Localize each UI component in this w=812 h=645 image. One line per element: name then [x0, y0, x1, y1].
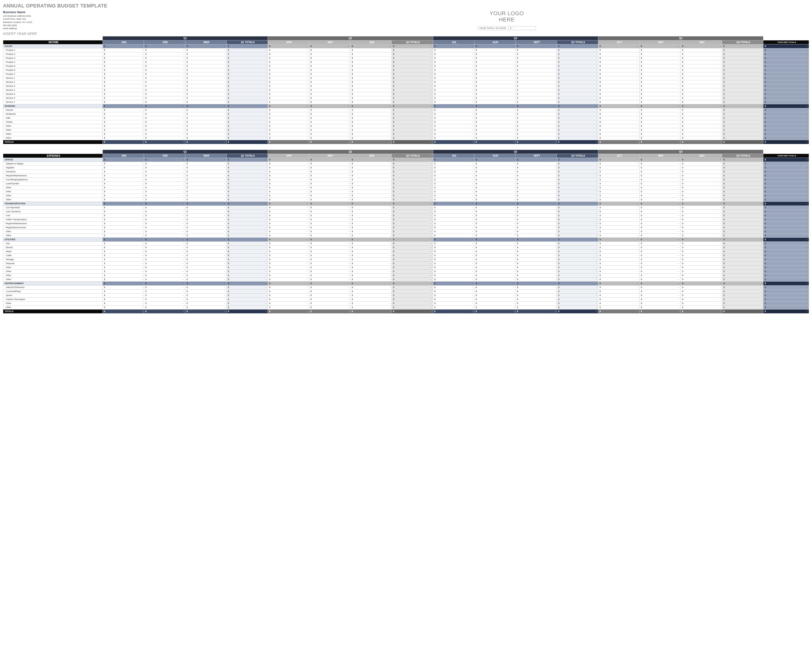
amount-cell[interactable]: $-	[350, 277, 392, 281]
amount-cell[interactable]: $-	[226, 104, 268, 108]
amount-cell[interactable]: $-	[268, 84, 309, 88]
amount-cell[interactable]: $-	[268, 92, 309, 96]
amount-cell[interactable]: $-	[722, 108, 763, 112]
amount-cell[interactable]: $-	[557, 234, 598, 237]
amount-cell[interactable]: $-	[433, 190, 474, 194]
amount-cell[interactable]: $-	[102, 182, 144, 186]
amount-cell[interactable]: $-	[557, 52, 598, 56]
amount-cell[interactable]: $-	[516, 225, 557, 229]
amount-cell[interactable]: $-	[350, 72, 392, 76]
amount-cell[interactable]: $-	[722, 64, 763, 68]
amount-cell[interactable]: $-	[144, 48, 185, 52]
amount-cell[interactable]: $-	[350, 108, 392, 112]
amount-cell[interactable]: $-	[144, 297, 185, 301]
amount-cell[interactable]: $-	[598, 241, 640, 245]
amount-cell[interactable]: $-	[722, 265, 763, 269]
amount-cell[interactable]: $-	[557, 217, 598, 222]
amount-cell[interactable]: $-	[350, 229, 392, 234]
amount-cell[interactable]: $-	[392, 222, 433, 225]
amount-cell[interactable]: $-	[144, 289, 185, 293]
line-item-label[interactable]: Grants	[3, 120, 103, 124]
amount-cell[interactable]: $-	[474, 225, 516, 229]
amount-cell[interactable]: $-	[185, 174, 226, 177]
line-item-label[interactable]: Disposal	[3, 261, 103, 265]
amount-cell[interactable]: $-	[102, 241, 144, 245]
amount-cell[interactable]: $-	[722, 289, 763, 293]
amount-cell[interactable]: $-	[309, 265, 350, 269]
amount-cell[interactable]: $-	[722, 293, 763, 297]
amount-cell[interactable]: $-	[185, 88, 226, 92]
amount-cell[interactable]: $-	[474, 72, 516, 76]
amount-cell[interactable]: $-	[516, 254, 557, 257]
amount-cell[interactable]: $-	[144, 245, 185, 249]
amount-cell[interactable]: $-	[226, 96, 268, 100]
amount-cell[interactable]: $-	[144, 265, 185, 269]
amount-cell[interactable]: $-	[392, 136, 433, 140]
amount-cell[interactable]: $-	[681, 265, 722, 269]
amount-cell[interactable]: $-	[722, 269, 763, 274]
amount-cell[interactable]: $-	[681, 104, 722, 108]
amount-cell[interactable]: $-	[722, 96, 763, 100]
amount-cell[interactable]: $-	[350, 174, 392, 177]
amount-cell[interactable]: $-	[350, 217, 392, 222]
amount-cell[interactable]: $-	[102, 56, 144, 60]
amount-cell[interactable]: $-	[144, 309, 185, 313]
amount-cell[interactable]: $-	[557, 182, 598, 186]
amount-cell[interactable]: $-	[557, 222, 598, 225]
amount-cell[interactable]: $-	[185, 194, 226, 197]
amount-cell[interactable]: $-	[722, 68, 763, 72]
amount-cell[interactable]: $-	[226, 136, 268, 140]
amount-cell[interactable]: $-	[681, 48, 722, 52]
amount-cell[interactable]: $-	[763, 166, 809, 170]
amount-cell[interactable]: $-	[185, 157, 226, 162]
amount-cell[interactable]: $-	[598, 206, 640, 209]
line-item-label[interactable]: Other	[3, 229, 103, 234]
amount-cell[interactable]: $-	[392, 206, 433, 209]
amount-cell[interactable]: $-	[640, 289, 681, 293]
amount-cell[interactable]: $-	[226, 157, 268, 162]
amount-cell[interactable]: $-	[268, 301, 309, 305]
amount-cell[interactable]: $-	[185, 206, 226, 209]
amount-cell[interactable]: $-	[144, 64, 185, 68]
amount-cell[interactable]: $-	[433, 297, 474, 301]
amount-cell[interactable]: $-	[640, 128, 681, 132]
amount-cell[interactable]: $-	[185, 76, 226, 80]
amount-cell[interactable]: $-	[144, 293, 185, 297]
amount-cell[interactable]: $-	[102, 52, 144, 56]
amount-cell[interactable]: $-	[144, 170, 185, 174]
amount-cell[interactable]: $-	[763, 56, 809, 60]
amount-cell[interactable]: $-	[144, 56, 185, 60]
amount-cell[interactable]: $-	[516, 209, 557, 214]
amount-cell[interactable]: $-	[226, 132, 268, 136]
amount-cell[interactable]: $-	[102, 277, 144, 281]
amount-cell[interactable]: $-	[516, 305, 557, 309]
amount-cell[interactable]: $-	[226, 177, 268, 182]
line-item-label[interactable]: Other	[3, 132, 103, 136]
line-item-label[interactable]: Gas	[3, 241, 103, 245]
line-item-label[interactable]: Cable	[3, 254, 103, 257]
amount-cell[interactable]: $-	[516, 157, 557, 162]
amount-cell[interactable]: $-	[474, 197, 516, 202]
amount-cell[interactable]: $-	[474, 285, 516, 289]
amount-cell[interactable]: $-	[144, 257, 185, 261]
amount-cell[interactable]: $-	[681, 100, 722, 104]
amount-cell[interactable]: $-	[392, 214, 433, 217]
amount-cell[interactable]: $-	[102, 269, 144, 274]
amount-cell[interactable]: $-	[392, 92, 433, 96]
amount-cell[interactable]: $-	[102, 261, 144, 265]
amount-cell[interactable]: $-	[350, 166, 392, 170]
amount-cell[interactable]: $-	[226, 76, 268, 80]
amount-cell[interactable]: $-	[516, 96, 557, 100]
amount-cell[interactable]: $-	[102, 170, 144, 174]
amount-cell[interactable]: $-	[557, 56, 598, 60]
amount-cell[interactable]: $-	[433, 249, 474, 254]
amount-cell[interactable]: $-	[474, 108, 516, 112]
amount-cell[interactable]: $-	[185, 269, 226, 274]
amount-cell[interactable]: $-	[516, 249, 557, 254]
amount-cell[interactable]: $-	[474, 237, 516, 241]
amount-cell[interactable]: $-	[516, 229, 557, 234]
amount-cell[interactable]: $-	[433, 261, 474, 265]
amount-cell[interactable]: $-	[433, 72, 474, 76]
amount-cell[interactable]: $-	[681, 162, 722, 166]
amount-cell[interactable]: $-	[474, 265, 516, 269]
